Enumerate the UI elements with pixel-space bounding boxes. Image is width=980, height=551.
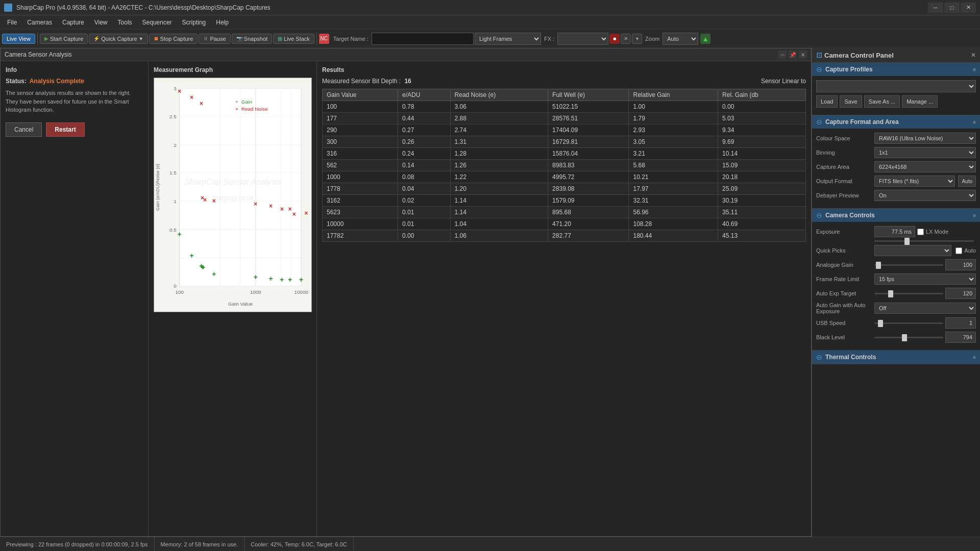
format-menu-icon[interactable]: ≡ [973,119,976,125]
target-name-input[interactable] [372,33,474,45]
usb-speed-thumb[interactable] [878,320,883,327]
camera-menu-icon[interactable]: ≡ [973,213,976,218]
camera-controls-content: Exposure LX Mode Quick Picks [812,222,980,350]
fx-icon-2: ✕ [621,34,631,44]
thermal-menu-icon[interactable]: ≡ [973,355,976,360]
table-cell: 1.22 [450,171,548,183]
svg-text:×: × [288,206,292,213]
right-panel-close[interactable]: ✕ [971,52,976,59]
camera-controls-header[interactable]: ⊖ Camera Controls ≡ [812,209,980,222]
analogue-gain-input[interactable] [945,259,976,270]
table-cell: 15876.04 [548,148,629,160]
fx-select[interactable] [557,33,608,45]
auto-gain-select[interactable]: Off On [874,303,976,314]
save-profile-button[interactable]: Save [840,95,862,108]
table-cell: 35.11 [718,207,806,218]
zoom-label: Zoom [643,36,662,42]
analysis-close-button[interactable]: ✕ [799,51,807,59]
menu-help[interactable]: Help [211,17,234,28]
menu-sequencer[interactable]: Sequencer [137,17,177,28]
capture-area-label: Capture Area [816,164,872,170]
auto-exp-thumb[interactable] [888,290,893,297]
exposure-input[interactable] [874,226,915,237]
exposure-slider-thumb[interactable] [904,238,910,245]
table-cell: 0.00 [718,101,806,113]
table-cell: 290 [323,124,398,136]
table-cell: 0.04 [398,183,450,195]
analysis-pin-button[interactable]: 📌 [789,51,797,59]
svg-text:2.5: 2.5 [169,114,177,119]
stop-capture-button[interactable]: ⏹ Stop Capture [149,34,198,44]
svg-text:+: + [212,270,216,278]
minimize-button[interactable]: ─ [928,3,943,13]
menu-view[interactable]: View [89,17,113,28]
lx-mode-checkbox: LX Mode [917,229,948,235]
auto-check[interactable] [955,247,962,254]
restart-button[interactable]: Restart [46,122,84,137]
status-label: Status: [6,78,27,85]
camera-controls-section: ⊖ Camera Controls ≡ Exposure LX Mode [812,209,980,350]
red-icon-1: NC [319,34,329,44]
menu-tools[interactable]: Tools [113,17,137,28]
snapshot-button[interactable]: 📷 Snapshot [232,34,272,44]
maximize-button[interactable]: □ [944,3,960,13]
debayer-select[interactable]: On Off [874,190,976,201]
live-stack-button[interactable]: ▦ Live Stack [273,34,314,44]
pause-button[interactable]: ⏸ Pause [199,34,230,44]
quick-capture-button[interactable]: ⚡ Quick Capture ▼ [89,34,148,44]
capture-format-header[interactable]: ⊖ Capture Format and Area ≡ [812,115,980,129]
thermal-controls-header[interactable]: ⊖ Thermal Controls ≡ [812,350,980,364]
binning-select[interactable]: 1x1 [874,147,976,158]
manage-profiles-button[interactable]: Manage ... [902,95,938,108]
usb-speed-input[interactable] [945,317,976,329]
light-frames-select[interactable]: Light Frames [475,33,541,45]
exposure-label: Exposure [816,229,872,235]
capture-area-select[interactable]: 6224x4168 [874,161,976,172]
quick-picks-select[interactable] [874,245,951,256]
analogue-gain-thumb[interactable] [876,262,881,269]
table-cell: 0.01 [398,218,450,230]
menu-capture[interactable]: Capture [57,17,89,28]
titlebar: SharpCap Pro (v4.0.9538, 64 bit) - AA26C… [0,0,980,15]
table-cell: 5.03 [718,113,806,124]
live-view-button[interactable]: Live View [2,34,35,44]
colour-space-select[interactable]: RAW16 (Ultra Low Noise) [874,133,976,144]
black-level-input[interactable] [945,332,976,343]
profile-select[interactable] [816,80,976,92]
table-cell: 5623 [323,207,398,218]
results-table: Gain Value e/ADU Read Noise (e) Full Wel… [322,89,806,242]
camera-control-header: ⊡ Camera Control Panel ✕ [812,48,980,63]
menu-file[interactable]: File [2,17,22,28]
fx-dropdown-arrow[interactable]: ▾ [632,34,642,44]
table-cell: 0.26 [398,136,450,148]
exposure-row: Exposure LX Mode [816,226,976,237]
debayer-label: Debayer Preview [816,192,872,198]
table-cell: 1.06 [450,230,548,242]
analysis-minimize-button[interactable]: ─ [778,51,787,59]
lx-mode-check[interactable] [917,229,924,235]
auto-exp-input[interactable] [945,288,976,299]
auto-format-button[interactable]: Auto [958,176,976,187]
zoom-select[interactable]: Auto [663,33,698,45]
start-capture-button[interactable]: ▶ Start Capture [40,34,88,44]
output-format-select[interactable]: FITS files (*.fits) [874,176,955,187]
black-level-label: Black Level [816,334,872,340]
menu-scripting[interactable]: Scripting [177,17,211,28]
frame-rate-label: Frame Rate Limit [816,276,872,282]
profiles-menu-icon[interactable]: ≡ [973,67,976,72]
load-profile-button[interactable]: Load [816,95,838,108]
close-button[interactable]: ✕ [961,3,976,13]
table-cell: 3162 [323,195,398,207]
save-as-profile-button[interactable]: Save As ... [864,95,900,108]
graph-svg: 3 2.5 2 1.5 1 0.5 0 100 1000 10000 [154,78,311,312]
table-row: 56230.011.14895.6856.9635.11 [323,207,806,218]
svg-text:×: × [280,206,284,213]
table-cell: 17.97 [629,183,718,195]
svg-text:+: + [189,252,193,260]
bit-depth-info: Measured Sensor Bit Depth : 16 [322,78,411,85]
frame-rate-select[interactable]: 15 fps [874,273,976,285]
capture-profiles-header[interactable]: ⊖ Capture Profiles ≡ [812,63,980,76]
black-level-thumb[interactable] [902,334,907,341]
menu-cameras[interactable]: Cameras [22,17,57,28]
cancel-button[interactable]: Cancel [6,122,42,137]
